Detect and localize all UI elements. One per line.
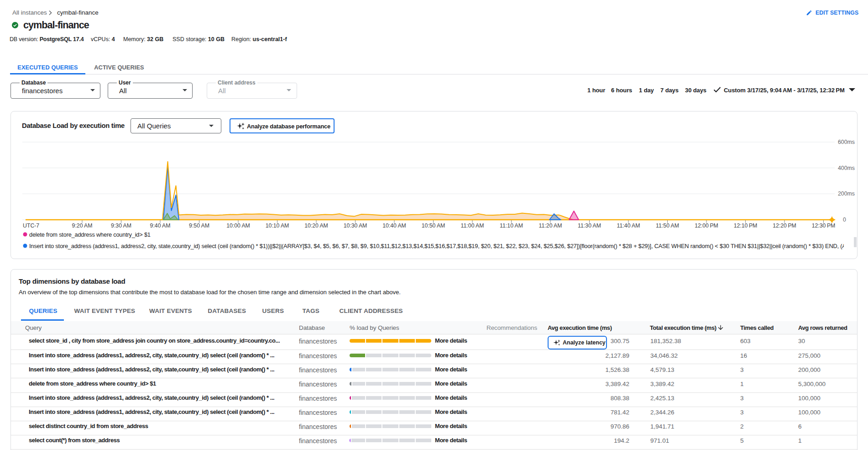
svg-text:9:40 AM: 9:40 AM	[150, 222, 171, 229]
svg-text:400ms: 400ms	[838, 165, 855, 171]
svg-text:10:10 AM: 10:10 AM	[266, 222, 289, 229]
svg-text:12:10 PM: 12:10 PM	[734, 222, 758, 229]
svg-text:11:50 AM: 11:50 AM	[656, 222, 679, 229]
svg-text:11:40 AM: 11:40 AM	[617, 222, 640, 229]
svg-text:10:30 AM: 10:30 AM	[344, 222, 367, 229]
svg-text:9:20 AM: 9:20 AM	[72, 222, 93, 229]
svg-text:11:20 AM: 11:20 AM	[539, 222, 562, 229]
svg-text:200ms: 200ms	[838, 191, 855, 197]
svg-text:9:30 AM: 9:30 AM	[111, 222, 131, 229]
svg-text:10:00 AM: 10:00 AM	[226, 222, 250, 229]
svg-text:12:30 PM: 12:30 PM	[812, 222, 836, 229]
svg-text:12:20 PM: 12:20 PM	[773, 222, 796, 229]
svg-text:600ms: 600ms	[838, 139, 855, 145]
svg-text:10:20 AM: 10:20 AM	[304, 222, 328, 229]
svg-text:0: 0	[843, 217, 846, 223]
svg-text:10:50 AM: 10:50 AM	[422, 222, 445, 229]
svg-text:12:00 PM: 12:00 PM	[695, 222, 718, 229]
svg-text:11:00 AM: 11:00 AM	[461, 222, 484, 229]
svg-text:UTC-7: UTC-7	[23, 222, 39, 229]
svg-text:10:40 AM: 10:40 AM	[382, 222, 406, 229]
svg-text:11:30 AM: 11:30 AM	[578, 222, 601, 229]
svg-text:9:50 AM: 9:50 AM	[189, 222, 209, 229]
svg-text:11:10 AM: 11:10 AM	[500, 222, 523, 229]
